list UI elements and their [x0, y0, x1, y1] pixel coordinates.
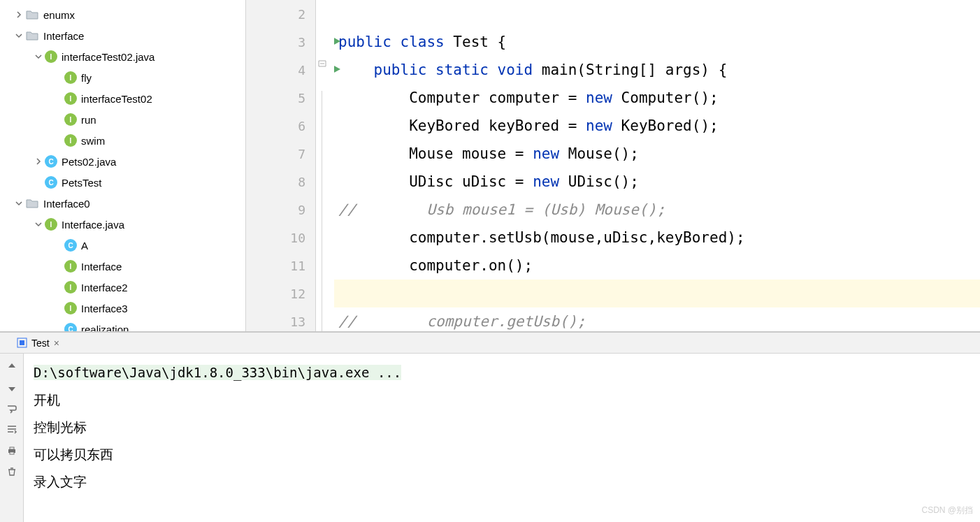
scroll-to-end-icon[interactable]: [4, 422, 20, 437]
line-number: 3: [298, 35, 305, 50]
interface-icon: I: [64, 302, 77, 314]
tree-item[interactable]: IInterface3: [0, 298, 245, 319]
svg-rect-3: [10, 447, 14, 449]
tree-label: Interface: [43, 30, 84, 42]
console-command-line: D:\software\Java\jdk1.8.0_333\bin\java.e…: [34, 365, 401, 380]
tree-item[interactable]: IinterfaceTest02.java: [0, 46, 245, 67]
code-line[interactable]: [334, 0, 980, 28]
interface-icon: I: [64, 281, 77, 293]
code-line[interactable]: public static void main(String[] args) {: [334, 56, 980, 84]
tree-label: Pets02.java: [62, 156, 116, 168]
chevron-down-icon[interactable]: [32, 218, 45, 231]
down-arrow-icon[interactable]: [4, 380, 20, 396]
tree-label: interfaceTest02.java: [62, 51, 154, 63]
fold-column: [316, 0, 334, 331]
run-config-icon: [17, 338, 27, 348]
up-arrow-icon[interactable]: [4, 359, 20, 375]
code-line[interactable]: [334, 280, 980, 307]
line-number: 5: [298, 91, 305, 106]
line-number: 2: [298, 7, 305, 22]
tree-item[interactable]: IInterface: [0, 256, 245, 277]
code-line[interactable]: // Usb mouse1 = (Usb) Mouse();: [334, 196, 980, 224]
tree-item[interactable]: CA: [0, 235, 245, 256]
code-line[interactable]: public class Test {: [334, 28, 980, 56]
tree-item[interactable]: IInterface.java: [0, 214, 245, 235]
tree-label: interfaceTest02: [81, 93, 152, 105]
line-number: 6: [298, 119, 305, 133]
tree-label: run: [81, 114, 96, 126]
tree-item[interactable]: IInterface2: [0, 277, 245, 298]
console-line: 控制光标: [34, 414, 970, 441]
class-icon: C: [64, 239, 77, 252]
tree-item[interactable]: Interface0: [0, 193, 245, 214]
tree-item[interactable]: IinterfaceTest02: [0, 88, 245, 109]
tree-label: PetsTest: [62, 177, 102, 189]
folder-icon: [25, 8, 39, 22]
tree-label: fly: [81, 72, 92, 84]
interface-icon: I: [45, 50, 57, 63]
fold-marker-icon[interactable]: [317, 59, 327, 71]
interface-icon: I: [64, 260, 77, 273]
code-line[interactable]: KeyBored keyBored = new KeyBored();: [334, 112, 980, 140]
tree-label: swim: [81, 135, 105, 147]
print-icon[interactable]: [4, 443, 20, 458]
class-icon: C: [45, 176, 57, 189]
close-icon[interactable]: ×: [54, 338, 59, 349]
run-tab-test[interactable]: Test ×: [13, 338, 64, 349]
code-line[interactable]: Mouse mouse = new Mouse();: [334, 140, 980, 168]
code-area[interactable]: public class Test { public static void m…: [334, 0, 980, 331]
tree-item[interactable]: Crealization: [0, 319, 245, 331]
chevron-down-icon[interactable]: [13, 29, 25, 42]
chevron-right-icon[interactable]: [13, 8, 25, 21]
tree-label: realization: [81, 324, 129, 332]
run-tab-label: Test: [31, 338, 50, 349]
console-line: 可以拷贝东西: [34, 441, 970, 468]
code-editor[interactable]: 2345678910111213 public class Test { pub…: [245, 0, 980, 331]
svg-rect-1: [20, 340, 24, 345]
line-number: 4: [298, 63, 305, 78]
line-number: 13: [290, 314, 305, 329]
project-tree: enumxInterfaceIinterfaceTest02.javaIflyI…: [0, 0, 245, 331]
interface-icon: I: [64, 92, 77, 105]
tree-label: Interface: [81, 261, 122, 273]
interface-icon: I: [64, 134, 77, 147]
code-line[interactable]: // computer.getUsb();: [334, 307, 980, 331]
tree-label: enumx: [43, 9, 75, 21]
tree-item[interactable]: CPetsTest: [0, 172, 245, 193]
tree-item[interactable]: Iswim: [0, 130, 245, 151]
tree-item[interactable]: Interface: [0, 25, 245, 46]
soft-wrap-icon[interactable]: [4, 401, 20, 416]
watermark: CSDN @别挡: [921, 505, 973, 516]
console-line: 开机: [34, 386, 970, 414]
code-line[interactable]: Computer computer = new Computer();: [334, 84, 980, 112]
tree-label: Interface3: [81, 303, 128, 314]
tree-item[interactable]: enumx: [0, 4, 245, 25]
svg-rect-4: [10, 452, 14, 454]
interface-icon: I: [45, 218, 57, 231]
line-number: 12: [290, 287, 305, 301]
console-line: 录入文字: [34, 468, 970, 495]
interface-icon: I: [64, 71, 77, 84]
tree-item[interactable]: CPets02.java: [0, 151, 245, 172]
tree-item[interactable]: Ifly: [0, 67, 245, 88]
line-number: 11: [290, 259, 305, 273]
code-line[interactable]: computer.setUsb(mouse,uDisc,keyBored);: [334, 224, 980, 252]
folder-icon: [25, 196, 39, 210]
class-icon: C: [64, 323, 77, 331]
tree-item[interactable]: Irun: [0, 109, 245, 130]
tree-label: Interface.java: [62, 219, 124, 231]
run-panel: Test × D:\software\Java\jdk1.8.0_333\bin…: [0, 331, 980, 522]
interface-icon: I: [64, 113, 77, 126]
code-line[interactable]: computer.on();: [334, 252, 980, 280]
line-number: 9: [298, 203, 305, 217]
chevron-down-icon[interactable]: [13, 197, 25, 210]
class-icon: C: [45, 155, 57, 168]
tree-label: A: [81, 240, 88, 252]
tree-label: Interface2: [81, 282, 128, 293]
code-line[interactable]: UDisc uDisc = new UDisc();: [334, 168, 980, 196]
chevron-down-icon[interactable]: [32, 50, 45, 63]
console-output[interactable]: D:\software\Java\jdk1.8.0_333\bin\java.e…: [24, 354, 980, 522]
chevron-right-icon[interactable]: [32, 155, 45, 168]
console-toolbar: [0, 354, 24, 522]
trash-icon[interactable]: [4, 464, 20, 479]
